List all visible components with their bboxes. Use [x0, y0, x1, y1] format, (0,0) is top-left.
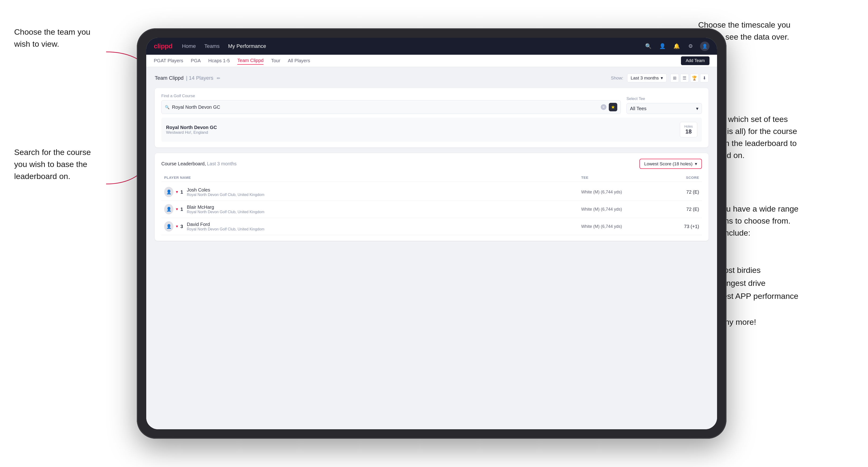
heart-icon-2[interactable]: ♥: [176, 207, 178, 211]
subnav-all-players[interactable]: All Players: [288, 57, 310, 64]
course-location: Westward Ho!, England: [166, 130, 217, 135]
player-club-1: Royal North Devon Golf Club, United King…: [187, 193, 581, 197]
add-team-button[interactable]: Add Team: [681, 56, 710, 65]
tee-info-2: White (M) (6,744 yds): [581, 207, 652, 212]
settings-icon[interactable]: ⚙: [686, 41, 695, 51]
avatar[interactable]: 👤: [700, 41, 710, 51]
tee-info-1: White (M) (6,744 yds): [581, 190, 652, 195]
rank-2: 1: [181, 207, 183, 212]
table-row: 👤 ♥ 3 David Ford Royal North Devon Golf …: [161, 218, 702, 235]
col-score: SCORE: [652, 176, 699, 180]
sub-nav: PGAT Players PGA Hcaps 1-5 Team Clippd T…: [146, 55, 717, 67]
chevron-down-icon: ▾: [695, 161, 697, 166]
time-range-select[interactable]: Last 3 months ▾: [627, 73, 666, 82]
col-tee: TEE: [581, 176, 652, 180]
player-rank-1: 👤 ♥ 1: [164, 187, 183, 197]
heart-icon-3[interactable]: ♥: [176, 224, 178, 228]
holes-label: Holes: [684, 125, 693, 128]
nav-items: Home Teams My Performance: [182, 43, 644, 49]
nav-teams[interactable]: Teams: [204, 43, 220, 49]
player-info-1: Josh Coles Royal North Devon Golf Club, …: [183, 187, 581, 197]
avatar-3: 👤: [164, 221, 173, 231]
player-name-1: Josh Coles: [187, 187, 581, 193]
player-info-2: Blair McHarg Royal North Devon Golf Club…: [183, 205, 581, 214]
bell-icon[interactable]: 🔔: [672, 41, 681, 51]
search-icon[interactable]: 🔍: [644, 41, 653, 51]
tee-select-col: Select Tee All Tees ▾: [626, 96, 702, 114]
player-info-3: David Ford Royal North Devon Golf Club, …: [183, 222, 581, 231]
chevron-down-icon: ▾: [696, 106, 699, 111]
leaderboard-section: Course Leaderboard, Last 3 months Lowest…: [155, 153, 709, 241]
team-header: Team Clippd | 14 Players ✏ Show: Last 3 …: [155, 73, 709, 82]
course-result: Royal North Devon GC Westward Ho!, Engla…: [161, 118, 702, 142]
leaderboard-time-range: Last 3 months: [207, 161, 237, 166]
download-icon[interactable]: ⬇: [700, 74, 709, 82]
player-club-3: Royal North Devon Golf Club, United King…: [187, 227, 581, 231]
subnav-tour[interactable]: Tour: [271, 57, 280, 64]
team-controls: Show: Last 3 months ▾ ⊞ ☰ 🏆 ⬇: [611, 73, 709, 82]
view-icons: ⊞ ☰ 🏆 ⬇: [670, 74, 709, 82]
find-course-label: Find a Golf Course: [161, 94, 621, 98]
score-type-select[interactable]: Lowest Score (18 holes) ▾: [640, 159, 702, 169]
player-name-3: David Ford: [187, 222, 581, 227]
favorite-button[interactable]: ★: [609, 103, 617, 111]
score-1: 72 (E): [652, 189, 699, 195]
leaderboard-title: Course Leaderboard,: [161, 161, 206, 166]
show-label: Show:: [611, 75, 623, 81]
score-3: 73 (+1): [652, 224, 699, 229]
rank-1: 1: [181, 189, 183, 195]
player-name-2: Blair McHarg: [187, 205, 581, 210]
col-player-name: PLAYER NAME: [164, 176, 581, 180]
tablet-screen: clippd Home Teams My Performance 🔍 👤 🔔 ⚙…: [146, 38, 717, 429]
holes-value: 18: [684, 128, 693, 135]
subnav-pga[interactable]: PGA: [191, 57, 201, 64]
nav-icons: 🔍 👤 🔔 ⚙ 👤: [644, 41, 710, 51]
clear-search-button[interactable]: ✕: [601, 104, 607, 110]
team-title: Team Clippd: [155, 75, 184, 81]
player-count: | 14 Players: [186, 75, 214, 81]
annotation-search-course: Search for the courseyou wish to base th…: [14, 146, 91, 182]
nav-home[interactable]: Home: [182, 43, 196, 49]
tee-info-3: White (M) (6,744 yds): [581, 224, 652, 229]
rank-3: 3: [181, 224, 183, 229]
chevron-down-icon: ▾: [661, 75, 663, 81]
nav-my-performance[interactable]: My Performance: [228, 43, 266, 49]
grid-view-button[interactable]: ⊞: [670, 74, 679, 82]
avatar-1: 👤: [164, 187, 173, 197]
content-area: Team Clippd | 14 Players ✏ Show: Last 3 …: [146, 67, 717, 429]
leaderboard-title-block: Course Leaderboard, Last 3 months: [161, 161, 237, 166]
avatar-2: 👤: [164, 204, 173, 214]
annotation-team-view: Choose the team youwish to view.: [14, 26, 90, 50]
select-tee-label: Select Tee: [626, 96, 702, 101]
course-name: Royal North Devon GC: [166, 125, 217, 130]
search-row: Find a Golf Course 🔍 Royal North Devon G…: [161, 94, 702, 114]
player-rank-3: 👤 ♥ 3: [164, 221, 183, 231]
leaderboard-table: PLAYER NAME TEE SCORE 👤 ♥ 1 Josh Coles: [161, 174, 702, 235]
leaderboard-header: Course Leaderboard, Last 3 months Lowest…: [161, 159, 702, 169]
tee-dropdown[interactable]: All Tees ▾: [626, 103, 702, 114]
score-2: 72 (E): [652, 207, 699, 212]
subnav-hcaps[interactable]: Hcaps 1-5: [208, 57, 230, 64]
nav-bar: clippd Home Teams My Performance 🔍 👤 🔔 ⚙…: [146, 38, 717, 55]
list-view-button[interactable]: ☰: [680, 74, 689, 82]
player-club-2: Royal North Devon Golf Club, United King…: [187, 210, 581, 214]
tablet-frame: clippd Home Teams My Performance 🔍 👤 🔔 ⚙…: [137, 28, 726, 439]
course-info: Royal North Devon GC Westward Ho!, Engla…: [166, 125, 217, 135]
search-section: Find a Golf Course 🔍 Royal North Devon G…: [155, 88, 709, 148]
trophy-icon[interactable]: 🏆: [690, 74, 699, 82]
team-title-block: Team Clippd | 14 Players ✏: [155, 75, 220, 81]
course-search-input[interactable]: Royal North Devon GC: [172, 104, 598, 110]
player-rank-2: 👤 ♥ 1: [164, 204, 183, 214]
heart-icon-1[interactable]: ♥: [176, 190, 178, 194]
users-icon[interactable]: 👤: [658, 41, 667, 51]
course-search-input-wrapper[interactable]: 🔍 Royal North Devon GC ✕ ★: [161, 100, 621, 114]
course-search-col: Find a Golf Course 🔍 Royal North Devon G…: [161, 94, 621, 114]
subnav-pgat[interactable]: PGAT Players: [154, 57, 183, 64]
table-row: 👤 ♥ 1 Blair McHarg Royal North Devon Gol…: [161, 201, 702, 218]
table-header: PLAYER NAME TEE SCORE: [161, 174, 702, 182]
subnav-team-clippd[interactable]: Team Clippd: [237, 57, 264, 65]
app-logo: clippd: [154, 42, 173, 50]
edit-icon[interactable]: ✏: [217, 76, 220, 81]
search-icon: 🔍: [165, 105, 169, 110]
holes-badge: Holes 18: [680, 122, 697, 137]
